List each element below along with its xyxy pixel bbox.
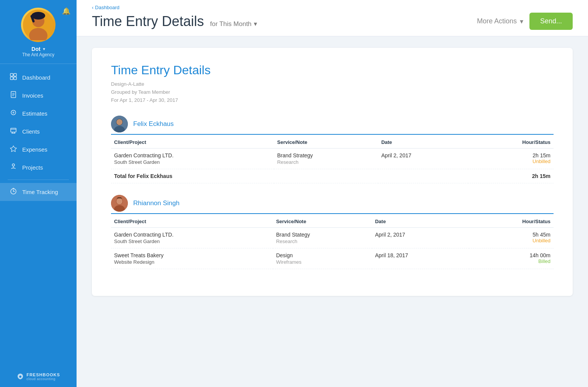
sidebar-divider <box>8 180 69 180</box>
sidebar-label-expenses: Expenses <box>22 146 47 153</box>
period-label: for This Month <box>210 20 252 28</box>
more-actions-chevron-icon: ▾ <box>520 17 523 26</box>
user-section: 🔔 Dot ▾ The Ant Agency <box>0 0 77 64</box>
send-button[interactable]: Send... <box>529 13 573 30</box>
time-tracking-icon <box>9 188 18 196</box>
cell-client-felix-0: Garden Contracting LTD. South Street Gar… <box>111 149 274 169</box>
invoices-icon <box>9 91 18 100</box>
cell-hours-rhiannon-1: 14h 00m Billed <box>469 248 554 269</box>
page-title: Time Entry Details <box>92 13 204 29</box>
team-section-rhiannon: Rhiannon Singh Client/Project Service/No… <box>111 195 554 269</box>
col-client-project-rhiannon: Client/Project <box>111 214 273 228</box>
cell-hours-felix-0: 2h 15m Unbilled <box>468 149 554 169</box>
member-name-felix: Felix Eckhaus <box>133 120 174 128</box>
report-date-range: For Apr 1, 2017 - Apr 30, 2017 <box>111 96 554 105</box>
cell-date-rhiannon-1: April 18, 2017 <box>372 248 469 269</box>
sidebar-label-projects: Projects <box>22 164 43 171</box>
expenses-icon <box>9 145 18 154</box>
sidebar-item-time-tracking[interactable]: Time Tracking <box>0 183 77 201</box>
more-actions-label: More Actions <box>477 17 517 25</box>
total-label-felix: Total for Felix Eckhaus <box>111 169 274 183</box>
cell-client-rhiannon-0: Garden Contracting LTD. South Street Gar… <box>111 228 273 248</box>
header-row: Time Entry Details for This Month ▾ More… <box>92 13 573 36</box>
report-grouped-by: Grouped by Team Member <box>111 88 554 96</box>
col-date-rhiannon: Date <box>372 214 469 228</box>
sidebar: 🔔 Dot ▾ The Ant Agency <box>0 0 77 387</box>
svg-rect-8 <box>14 77 16 80</box>
col-hour-status-felix: Hour/Status <box>468 135 554 149</box>
team-member-header-felix: Felix Eckhaus <box>111 116 554 132</box>
sidebar-item-projects[interactable]: Projects <box>0 158 77 176</box>
sidebar-nav: Dashboard Invoices Estimates Clients Exp… <box>0 64 77 366</box>
breadcrumb: ‹ Dashboard <box>92 5 573 10</box>
freshbooks-logo: FRESHBOOKS <box>26 372 60 377</box>
sidebar-footer: FRESHBOOKS cloud accounting <box>10 366 66 387</box>
header-left: Time Entry Details for This Month ▾ <box>92 13 257 29</box>
period-selector[interactable]: for This Month ▾ <box>210 20 257 28</box>
breadcrumb-link[interactable]: Dashboard <box>95 5 119 10</box>
projects-icon <box>9 163 18 172</box>
svg-rect-5 <box>10 73 13 76</box>
total-hours-felix: 2h 15m <box>468 169 554 183</box>
sidebar-label-dashboard: Dashboard <box>22 74 50 81</box>
avatar <box>21 8 56 42</box>
sidebar-item-expenses[interactable]: Expenses <box>0 140 77 158</box>
table-row: Garden Contracting LTD. South Street Gar… <box>111 149 554 169</box>
company-name: The Ant Agency <box>22 52 54 57</box>
freshbooks-tagline: cloud accounting <box>26 377 60 381</box>
report-card: Time Entry Details Design-A-Latte Groupe… <box>92 48 573 296</box>
sidebar-label-invoices: Invoices <box>22 92 43 99</box>
col-service-note-felix: Service/Note <box>274 135 378 149</box>
svg-rect-13 <box>11 128 16 132</box>
avatar-felix <box>111 116 128 132</box>
content-area: Time Entry Details Design-A-Latte Groupe… <box>77 36 588 307</box>
avatar-rhiannon <box>111 195 128 212</box>
username: Dot <box>31 46 40 52</box>
col-service-note-rhiannon: Service/Note <box>273 214 372 228</box>
report-client: Design-A-Latte <box>111 80 554 88</box>
chevron-down-icon: ▾ <box>43 46 45 52</box>
top-header: ‹ Dashboard Time Entry Details for This … <box>77 0 588 36</box>
sidebar-label-estimates: Estimates <box>22 110 47 117</box>
col-hour-status-rhiannon: Hour/Status <box>469 214 554 228</box>
svg-marker-18 <box>10 146 16 152</box>
total-row-felix: Total for Felix Eckhaus 2h 15m <box>111 169 554 183</box>
team-section-felix: Felix Eckhaus Client/Project Service/Not… <box>111 116 554 183</box>
cell-service-felix-0: Brand Strategy Research <box>274 149 378 169</box>
sidebar-item-invoices[interactable]: Invoices <box>0 87 77 105</box>
estimates-icon <box>9 109 18 118</box>
report-title: Time Entry Details <box>111 63 554 77</box>
main-content: ‹ Dashboard Time Entry Details for This … <box>77 0 588 387</box>
table-row: Sweet Treats Bakery Website Redesign Des… <box>111 248 554 269</box>
sidebar-item-clients[interactable]: Clients <box>0 122 77 140</box>
time-table-felix: Client/Project Service/Note Date Hour/St… <box>111 135 554 183</box>
cell-hours-rhiannon-0: 5h 45m Unbilled <box>469 228 554 248</box>
table-row: Garden Contracting LTD. South Street Gar… <box>111 228 554 248</box>
period-chevron-icon: ▾ <box>254 20 257 28</box>
header-actions: More Actions ▾ Send... <box>477 13 573 30</box>
svg-rect-6 <box>14 73 16 76</box>
breadcrumb-back-icon: ‹ <box>92 5 93 10</box>
report-meta: Design-A-Latte Grouped by Team Member Fo… <box>111 80 554 104</box>
col-client-project-felix: Client/Project <box>111 135 274 149</box>
user-name-row[interactable]: Dot ▾ <box>31 46 45 52</box>
more-actions-button[interactable]: More Actions ▾ <box>477 17 523 26</box>
cell-service-rhiannon-0: Brand Stategy Research <box>273 228 372 248</box>
svg-point-33 <box>116 198 122 204</box>
col-date-felix: Date <box>378 135 468 149</box>
cell-date-rhiannon-0: April 2, 2017 <box>372 228 469 248</box>
svg-point-29 <box>116 119 122 125</box>
sidebar-item-estimates[interactable]: Estimates <box>0 105 77 122</box>
sidebar-item-dashboard[interactable]: Dashboard <box>0 69 77 87</box>
sidebar-label-clients: Clients <box>22 128 40 135</box>
bell-icon[interactable]: 🔔 <box>62 7 70 15</box>
dashboard-icon <box>9 73 18 82</box>
team-member-header-rhiannon: Rhiannon Singh <box>111 195 554 212</box>
cell-service-rhiannon-1: Design Wireframes <box>273 248 372 269</box>
member-name-rhiannon: Rhiannon Singh <box>133 199 180 207</box>
svg-point-19 <box>12 164 15 166</box>
svg-rect-7 <box>10 77 13 80</box>
clients-icon <box>9 127 18 136</box>
cell-client-rhiannon-1: Sweet Treats Bakery Website Redesign <box>111 248 273 269</box>
sidebar-label-time-tracking: Time Tracking <box>22 189 58 195</box>
